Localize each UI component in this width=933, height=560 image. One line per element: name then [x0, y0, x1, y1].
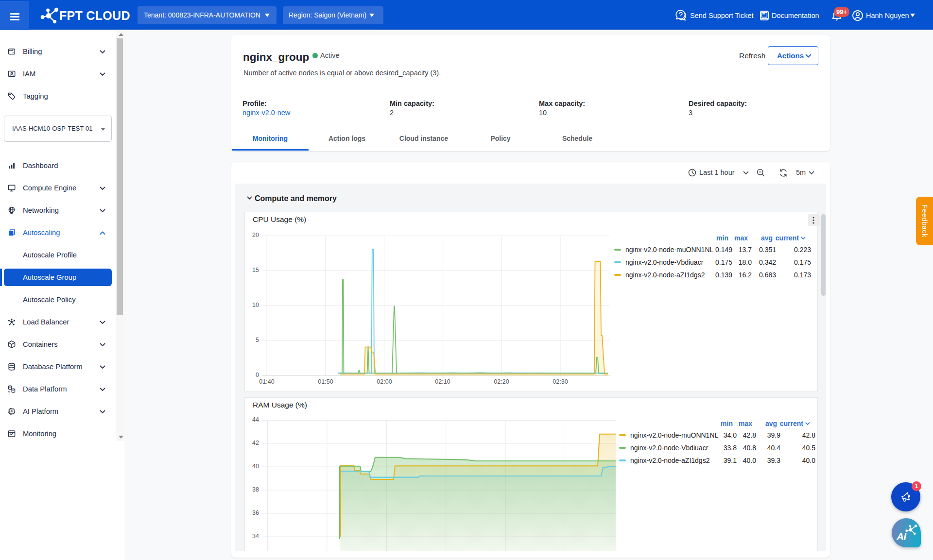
svg-text:AI: AI — [10, 409, 13, 413]
